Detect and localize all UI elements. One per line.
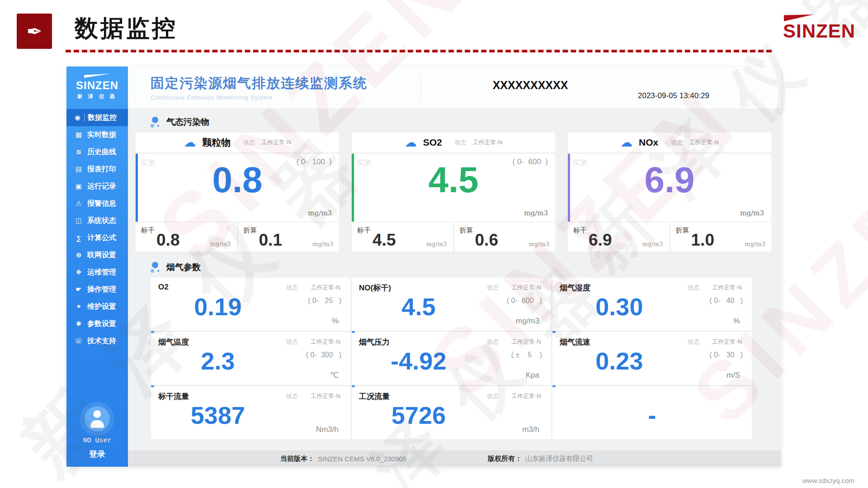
report-print-icon: ▤ (73, 165, 84, 173)
sidebar-item-report-print[interactable]: ▤ 报表打印 (66, 161, 128, 178)
sub-unit: mg/m3 (426, 241, 447, 247)
version-label: 当前版本： (280, 455, 314, 463)
sidebar-item-formula[interactable]: ∑ 计算公式 (66, 229, 128, 246)
cell-flue-humidity: 烟气湿度 状态 工作正常-N ( 0- 40 ) 0.30 % (552, 278, 752, 331)
status-label: 状态 (671, 138, 683, 147)
param-unit: m3/h (522, 425, 539, 434)
cloud-icon: ☁ (184, 137, 196, 149)
sidebar-nav: ◉ 数据监控 ▦ 实时数据 ≋ 历史曲线 ▤ 报表打印 ▣ 运行记录 ⚠ 报警信… (66, 109, 128, 350)
param-value: 0.30 (561, 292, 677, 322)
card-footer: 标干 0.8 mg/m3 折算 0.1 mg/m3 (136, 223, 339, 251)
param-unit: % (733, 317, 740, 326)
status-label: 状态 (455, 138, 467, 147)
status-label: 状态 (487, 338, 499, 346)
slide-header: ✒ 数据监控 SINZEN (17, 12, 857, 51)
sidebar-item-label: 报表打印 (87, 165, 116, 174)
param-unit: m/S (726, 371, 740, 380)
section-title: 烟气参数 (166, 261, 201, 273)
param-value: 5726 (361, 401, 476, 430)
status-label: 状态 (688, 284, 699, 292)
sidebar-item-maintenance-settings[interactable]: ✦ 维护设置 (66, 298, 128, 315)
param-unit: Kpa (526, 371, 539, 380)
standard-dry-cell: 标干 0.8 mg/m3 (136, 223, 237, 251)
app-header: 固定污染源烟气排放连续监测系统 Continuous Emission Moni… (128, 66, 781, 109)
sidebar-item-realtime-data[interactable]: ▦ 实时数据 (66, 126, 128, 143)
copyright-label: 版权所有： (488, 455, 522, 463)
copyright-value: 山东新泽仪器有限公司 (525, 455, 593, 463)
sidebar-item-system-status[interactable]: ◫ 系统状态 (66, 212, 128, 229)
sidebar-item-network-settings[interactable]: ⊕ 联网设置 (66, 246, 128, 264)
param-value: 0.23 (561, 346, 677, 376)
sinzen-logo: SINZEN (783, 14, 855, 41)
sub-unit: mg/m3 (528, 241, 549, 247)
version-value: SINZEN CEMS V6.0_230905 (318, 455, 406, 463)
converted-cell: 折算 1.0 mg/m3 (670, 223, 772, 251)
status-label: 状态 (286, 284, 298, 292)
section-flue-params: 烟气参数 (151, 261, 781, 273)
cell-flue-pressure: 烟气压力 状态 工作正常-N ( ± 5 ) -4.92 Kpa (352, 332, 551, 385)
network-settings-icon: ⊕ (73, 251, 84, 259)
login-button[interactable]: 登录 (66, 449, 128, 460)
measured-unit: mg/m3 (524, 209, 548, 217)
measured-unit: mg/m3 (308, 209, 332, 217)
cell-o2: O2 状态 工作正常-N ( 0- 25 ) 0.19 % (151, 278, 350, 331)
pollutant-cards: ☁ 颗粒物 状态 工作正常-N 实测 ( 0- 100 ) 0.8 mg/m3 (136, 133, 771, 251)
sub-unit: mg/m3 (745, 241, 765, 247)
param-value: 2.3 (160, 346, 276, 376)
sidebar-item-label: 运维管理 (87, 268, 116, 277)
param-status: 状态 工作正常-N (487, 338, 541, 346)
flue-param-grid: O2 状态 工作正常-N ( 0- 25 ) 0.19 % NO(标干) 状态 … (151, 278, 752, 439)
status-value: 工作正常-N (261, 138, 291, 147)
status-value: 工作正常-N (511, 284, 541, 292)
cloud-icon: ☁ (620, 137, 632, 149)
param-range: ( ± 5 ) (511, 351, 542, 359)
sidebar-item-run-log[interactable]: ▣ 运行记录 (66, 178, 128, 195)
sidebar-item-label: 运行记录 (87, 182, 116, 191)
system-title-block: 固定污染源烟气排放连续监测系统 Continuous Emission Moni… (151, 74, 368, 101)
version-group: 当前版本： SINZEN CEMS V6.0_230905 (280, 455, 406, 463)
sidebar-item-label: 操作管理 (87, 285, 116, 294)
param-range: ( 0- 30 ) (709, 351, 743, 359)
param-unit: ℃ (330, 370, 339, 380)
section-title: 气态污染物 (166, 116, 209, 128)
system-subtitle: Continuous Emission Monitoring System (151, 94, 368, 101)
sidebar-item-label: 历史曲线 (87, 147, 116, 157)
param-value: 0.19 (160, 292, 276, 322)
sidebar-item-label: 系统状态 (87, 216, 116, 226)
measured-value: 6.9 (568, 160, 771, 200)
sidebar-item-alarm-info[interactable]: ⚠ 报警信息 (66, 195, 128, 212)
sidebar-item-ops-management[interactable]: ❖ 运维管理 (66, 264, 128, 281)
sidebar-item-data-monitor[interactable]: ◉ 数据监控 (66, 109, 128, 126)
sidebar-item-label: 数据监控 (88, 113, 117, 123)
param-unit: % (332, 317, 339, 326)
card-footer: 标干 4.5 mg/m3 折算 0.6 mg/m3 (352, 223, 555, 251)
status-value: 工作正常-N (311, 284, 340, 292)
sidebar-item-history-curve[interactable]: ≋ 历史曲线 (66, 143, 128, 161)
status-value: 工作正常-N (311, 338, 340, 346)
param-label: 工况流量 (359, 392, 390, 401)
station-name: XXXXXXXXXX (462, 79, 598, 92)
card-body: 实测 6.9 mg/m3 (568, 154, 771, 222)
operation-management-icon: ☛ (73, 285, 84, 294)
pollutant-name: 颗粒物 (202, 136, 231, 149)
converted-cell: 折算 0.6 mg/m3 (454, 223, 556, 251)
sidebar-item-tech-support[interactable]: ☏ 技术支持 (66, 332, 128, 350)
sidebar-logo-subtext: 新 泽 仪 器 (66, 93, 128, 100)
sidebar-item-label: 参数设置 (87, 319, 116, 329)
param-range: ( 0- 25 ) (308, 297, 341, 305)
param-value: -4.92 (361, 346, 476, 376)
param-status: 状态 工作正常-N (487, 284, 541, 292)
measured-value: 4.5 (352, 160, 555, 200)
parameter-settings-icon: ✱ (73, 320, 84, 328)
sidebar-item-operation-management[interactable]: ☛ 操作管理 (66, 281, 128, 298)
user-avatar[interactable] (85, 406, 110, 431)
status-value: 工作正常-N (689, 138, 719, 147)
red-dashed-divider (66, 50, 772, 52)
param-range: ( 0- 600 ) (507, 297, 542, 305)
sub-value: 0.1 (238, 231, 303, 250)
card-header: ☁ NOx 状态 工作正常-N (568, 133, 771, 153)
sidebar-item-label: 计算公式 (87, 233, 116, 243)
card-particulate: ☁ 颗粒物 状态 工作正常-N 实测 ( 0- 100 ) 0.8 mg/m3 (136, 133, 339, 251)
card-body: 实测 ( 0- 600 ) 4.5 mg/m3 (352, 154, 555, 222)
sidebar-item-parameter-settings[interactable]: ✱ 参数设置 (66, 315, 128, 332)
